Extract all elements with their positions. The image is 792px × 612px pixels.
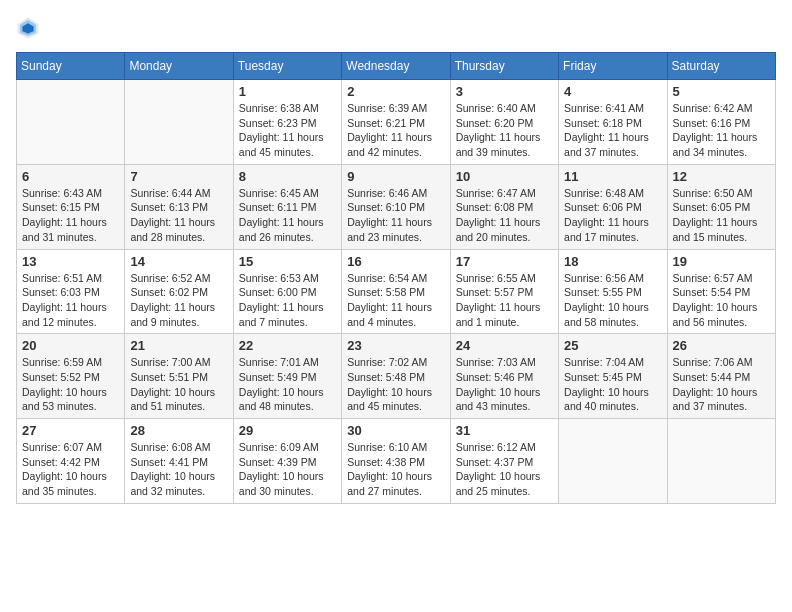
- day-number: 3: [456, 84, 553, 99]
- calendar-cell: 24Sunrise: 7:03 AMSunset: 5:46 PMDayligh…: [450, 334, 558, 419]
- day-info: Sunrise: 6:42 AMSunset: 6:16 PMDaylight:…: [673, 101, 770, 160]
- day-number: 18: [564, 254, 661, 269]
- day-info: Sunrise: 6:41 AMSunset: 6:18 PMDaylight:…: [564, 101, 661, 160]
- day-number: 13: [22, 254, 119, 269]
- calendar-cell: 3Sunrise: 6:40 AMSunset: 6:20 PMDaylight…: [450, 80, 558, 165]
- day-info: Sunrise: 6:46 AMSunset: 6:10 PMDaylight:…: [347, 186, 444, 245]
- calendar-week-row: 20Sunrise: 6:59 AMSunset: 5:52 PMDayligh…: [17, 334, 776, 419]
- day-info: Sunrise: 6:50 AMSunset: 6:05 PMDaylight:…: [673, 186, 770, 245]
- calendar-cell: 14Sunrise: 6:52 AMSunset: 6:02 PMDayligh…: [125, 249, 233, 334]
- calendar-cell: 15Sunrise: 6:53 AMSunset: 6:00 PMDayligh…: [233, 249, 341, 334]
- day-info: Sunrise: 7:02 AMSunset: 5:48 PMDaylight:…: [347, 355, 444, 414]
- calendar-table: SundayMondayTuesdayWednesdayThursdayFrid…: [16, 52, 776, 504]
- day-number: 22: [239, 338, 336, 353]
- calendar-cell: 21Sunrise: 7:00 AMSunset: 5:51 PMDayligh…: [125, 334, 233, 419]
- day-number: 2: [347, 84, 444, 99]
- day-number: 25: [564, 338, 661, 353]
- day-number: 15: [239, 254, 336, 269]
- calendar-cell: 2Sunrise: 6:39 AMSunset: 6:21 PMDaylight…: [342, 80, 450, 165]
- calendar-cell: 18Sunrise: 6:56 AMSunset: 5:55 PMDayligh…: [559, 249, 667, 334]
- calendar-cell: [667, 419, 775, 504]
- day-info: Sunrise: 6:40 AMSunset: 6:20 PMDaylight:…: [456, 101, 553, 160]
- day-info: Sunrise: 6:08 AMSunset: 4:41 PMDaylight:…: [130, 440, 227, 499]
- day-info: Sunrise: 6:39 AMSunset: 6:21 PMDaylight:…: [347, 101, 444, 160]
- day-info: Sunrise: 7:00 AMSunset: 5:51 PMDaylight:…: [130, 355, 227, 414]
- day-number: 28: [130, 423, 227, 438]
- calendar-cell: 29Sunrise: 6:09 AMSunset: 4:39 PMDayligh…: [233, 419, 341, 504]
- calendar-header-row: SundayMondayTuesdayWednesdayThursdayFrid…: [17, 53, 776, 80]
- day-of-week-header: Sunday: [17, 53, 125, 80]
- day-number: 26: [673, 338, 770, 353]
- calendar-cell: [125, 80, 233, 165]
- calendar-week-row: 27Sunrise: 6:07 AMSunset: 4:42 PMDayligh…: [17, 419, 776, 504]
- day-number: 6: [22, 169, 119, 184]
- calendar-cell: 16Sunrise: 6:54 AMSunset: 5:58 PMDayligh…: [342, 249, 450, 334]
- day-info: Sunrise: 6:44 AMSunset: 6:13 PMDaylight:…: [130, 186, 227, 245]
- day-of-week-header: Wednesday: [342, 53, 450, 80]
- day-number: 8: [239, 169, 336, 184]
- day-info: Sunrise: 7:06 AMSunset: 5:44 PMDaylight:…: [673, 355, 770, 414]
- day-number: 20: [22, 338, 119, 353]
- day-number: 7: [130, 169, 227, 184]
- calendar-cell: 17Sunrise: 6:55 AMSunset: 5:57 PMDayligh…: [450, 249, 558, 334]
- calendar-cell: 25Sunrise: 7:04 AMSunset: 5:45 PMDayligh…: [559, 334, 667, 419]
- day-number: 17: [456, 254, 553, 269]
- day-number: 19: [673, 254, 770, 269]
- calendar-cell: 31Sunrise: 6:12 AMSunset: 4:37 PMDayligh…: [450, 419, 558, 504]
- calendar-cell: 26Sunrise: 7:06 AMSunset: 5:44 PMDayligh…: [667, 334, 775, 419]
- day-number: 4: [564, 84, 661, 99]
- calendar-cell: [559, 419, 667, 504]
- day-info: Sunrise: 6:51 AMSunset: 6:03 PMDaylight:…: [22, 271, 119, 330]
- logo-icon: [16, 16, 40, 40]
- calendar-cell: 27Sunrise: 6:07 AMSunset: 4:42 PMDayligh…: [17, 419, 125, 504]
- calendar-cell: 23Sunrise: 7:02 AMSunset: 5:48 PMDayligh…: [342, 334, 450, 419]
- calendar-cell: 22Sunrise: 7:01 AMSunset: 5:49 PMDayligh…: [233, 334, 341, 419]
- day-info: Sunrise: 7:03 AMSunset: 5:46 PMDaylight:…: [456, 355, 553, 414]
- calendar-cell: 12Sunrise: 6:50 AMSunset: 6:05 PMDayligh…: [667, 164, 775, 249]
- day-number: 1: [239, 84, 336, 99]
- day-info: Sunrise: 6:10 AMSunset: 4:38 PMDaylight:…: [347, 440, 444, 499]
- calendar-cell: 6Sunrise: 6:43 AMSunset: 6:15 PMDaylight…: [17, 164, 125, 249]
- day-number: 11: [564, 169, 661, 184]
- day-info: Sunrise: 6:43 AMSunset: 6:15 PMDaylight:…: [22, 186, 119, 245]
- day-number: 12: [673, 169, 770, 184]
- calendar-cell: 19Sunrise: 6:57 AMSunset: 5:54 PMDayligh…: [667, 249, 775, 334]
- calendar-cell: 13Sunrise: 6:51 AMSunset: 6:03 PMDayligh…: [17, 249, 125, 334]
- day-info: Sunrise: 6:48 AMSunset: 6:06 PMDaylight:…: [564, 186, 661, 245]
- logo: [16, 16, 44, 40]
- day-of-week-header: Friday: [559, 53, 667, 80]
- day-number: 24: [456, 338, 553, 353]
- day-number: 21: [130, 338, 227, 353]
- day-number: 10: [456, 169, 553, 184]
- day-info: Sunrise: 7:04 AMSunset: 5:45 PMDaylight:…: [564, 355, 661, 414]
- day-number: 5: [673, 84, 770, 99]
- day-number: 27: [22, 423, 119, 438]
- day-number: 30: [347, 423, 444, 438]
- day-info: Sunrise: 6:38 AMSunset: 6:23 PMDaylight:…: [239, 101, 336, 160]
- day-number: 29: [239, 423, 336, 438]
- day-info: Sunrise: 6:57 AMSunset: 5:54 PMDaylight:…: [673, 271, 770, 330]
- page-header: [16, 16, 776, 40]
- calendar-cell: 10Sunrise: 6:47 AMSunset: 6:08 PMDayligh…: [450, 164, 558, 249]
- day-info: Sunrise: 6:07 AMSunset: 4:42 PMDaylight:…: [22, 440, 119, 499]
- day-of-week-header: Monday: [125, 53, 233, 80]
- calendar-cell: [17, 80, 125, 165]
- day-number: 14: [130, 254, 227, 269]
- day-info: Sunrise: 7:01 AMSunset: 5:49 PMDaylight:…: [239, 355, 336, 414]
- day-number: 31: [456, 423, 553, 438]
- calendar-cell: 1Sunrise: 6:38 AMSunset: 6:23 PMDaylight…: [233, 80, 341, 165]
- day-of-week-header: Tuesday: [233, 53, 341, 80]
- calendar-cell: 7Sunrise: 6:44 AMSunset: 6:13 PMDaylight…: [125, 164, 233, 249]
- calendar-cell: 30Sunrise: 6:10 AMSunset: 4:38 PMDayligh…: [342, 419, 450, 504]
- calendar-cell: 4Sunrise: 6:41 AMSunset: 6:18 PMDaylight…: [559, 80, 667, 165]
- day-info: Sunrise: 6:59 AMSunset: 5:52 PMDaylight:…: [22, 355, 119, 414]
- calendar-cell: 11Sunrise: 6:48 AMSunset: 6:06 PMDayligh…: [559, 164, 667, 249]
- day-info: Sunrise: 6:55 AMSunset: 5:57 PMDaylight:…: [456, 271, 553, 330]
- day-info: Sunrise: 6:54 AMSunset: 5:58 PMDaylight:…: [347, 271, 444, 330]
- day-info: Sunrise: 6:45 AMSunset: 6:11 PMDaylight:…: [239, 186, 336, 245]
- calendar-cell: 5Sunrise: 6:42 AMSunset: 6:16 PMDaylight…: [667, 80, 775, 165]
- calendar-cell: 20Sunrise: 6:59 AMSunset: 5:52 PMDayligh…: [17, 334, 125, 419]
- calendar-cell: 9Sunrise: 6:46 AMSunset: 6:10 PMDaylight…: [342, 164, 450, 249]
- day-info: Sunrise: 6:09 AMSunset: 4:39 PMDaylight:…: [239, 440, 336, 499]
- calendar-cell: 28Sunrise: 6:08 AMSunset: 4:41 PMDayligh…: [125, 419, 233, 504]
